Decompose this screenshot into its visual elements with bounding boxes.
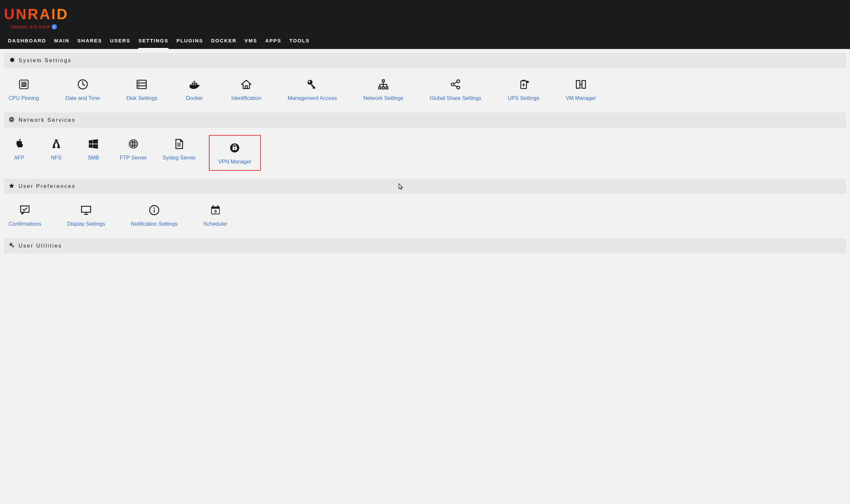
- globe-icon: [8, 116, 15, 124]
- disk-icon: [136, 78, 147, 91]
- share-icon: [450, 78, 461, 91]
- version-text: Version: 6.8.0-rc9 i: [11, 24, 57, 30]
- section-title: System Settings: [19, 58, 72, 64]
- content: System Settings CPU PinningDate and Time…: [0, 49, 850, 257]
- info-icon: [149, 204, 160, 216]
- tile-label: Docker: [186, 95, 203, 101]
- prefs-tiles: ConfirmationsDisplay SettingsNotificatio…: [4, 194, 846, 234]
- tile-date-and-time[interactable]: Date and Time: [63, 75, 103, 105]
- cpu-icon: [18, 78, 30, 91]
- tile-cpu-pinning[interactable]: CPU Pinning: [6, 75, 42, 105]
- display-icon: [80, 204, 92, 216]
- ups-icon: [518, 78, 529, 91]
- tile-docker[interactable]: Docker: [181, 75, 207, 105]
- tile-label: AFP: [14, 155, 24, 161]
- vm-icon: [575, 78, 586, 91]
- file-icon: [174, 138, 185, 150]
- tile-display-settings[interactable]: Display Settings: [65, 201, 108, 230]
- key-icon: [307, 78, 318, 91]
- tile-label: Disk Settings: [126, 95, 157, 101]
- tile-label: Network Settings: [363, 95, 403, 101]
- section-prefs-header: User Preferences: [4, 179, 846, 194]
- tile-vpn-manager[interactable]: VPN Manager: [209, 135, 261, 171]
- tile-confirmations[interactable]: Confirmations: [6, 201, 44, 230]
- tile-disk-settings[interactable]: Disk Settings: [124, 75, 160, 105]
- nav-plugins[interactable]: PLUGINS: [177, 34, 203, 49]
- vpn-icon: [229, 142, 240, 154]
- tile-label: CPU Pinning: [8, 95, 39, 101]
- main-nav: DASHBOARDMAINSHARESUSERSSETTINGSPLUGINSD…: [4, 34, 846, 49]
- tile-identification[interactable]: Identification: [229, 75, 264, 105]
- ftp-icon: [128, 138, 139, 150]
- net-icon: [378, 78, 389, 91]
- nav-users[interactable]: USERS: [110, 34, 130, 49]
- tile-label: SMB: [88, 155, 99, 161]
- tile-nfs[interactable]: NFS: [43, 135, 70, 171]
- nav-main[interactable]: MAIN: [54, 34, 70, 49]
- gear-icon: [8, 57, 15, 64]
- star-icon: [8, 183, 15, 190]
- header: UNRAID Version: 6.8.0-rc9 i DASHBOARDMAI…: [0, 0, 850, 49]
- version-label: Version: 6.8.0-rc9: [11, 24, 50, 30]
- tile-smb[interactable]: SMB: [80, 135, 107, 171]
- tile-label: Global Share Settings: [430, 95, 481, 101]
- nav-tools[interactable]: TOOLS: [289, 34, 309, 49]
- section-title: User Preferences: [19, 183, 76, 189]
- tile-notification-settings[interactable]: Notification Settings: [128, 201, 180, 230]
- nav-apps[interactable]: APPS: [265, 34, 281, 49]
- tile-ups-settings[interactable]: UPS Settings: [505, 75, 542, 105]
- linux-icon: [51, 138, 62, 150]
- tile-label: Notification Settings: [131, 221, 177, 227]
- tile-ftp-server[interactable]: FTP Server: [117, 135, 150, 171]
- tile-vm-manager[interactable]: VM Manager: [563, 75, 599, 105]
- nav-docker[interactable]: DOCKER: [211, 34, 237, 49]
- tile-syslog-server[interactable]: Syslog Server: [160, 135, 199, 171]
- tile-label: Scheduler: [203, 221, 228, 227]
- tile-global-share-settings[interactable]: Global Share Settings: [427, 75, 484, 105]
- tile-label: Syslog Server: [163, 155, 196, 161]
- tile-label: NFS: [51, 155, 61, 161]
- nav-shares[interactable]: SHARES: [77, 34, 102, 49]
- tile-afp[interactable]: AFP: [6, 135, 33, 171]
- clock-icon: [77, 78, 88, 91]
- tile-label: Display Settings: [67, 221, 105, 227]
- tile-label: Confirmations: [8, 221, 41, 227]
- nav-vms[interactable]: VMS: [245, 34, 257, 49]
- section-title: User Utilities: [19, 243, 62, 249]
- nav-dashboard[interactable]: DASHBOARD: [8, 34, 46, 49]
- tile-label: FTP Server: [120, 155, 147, 161]
- tile-label: VM Manager: [566, 95, 596, 101]
- info-icon[interactable]: i: [52, 24, 57, 30]
- tile-label: Identification: [231, 95, 261, 101]
- network-tiles: AFPNFSSMBFTP ServerSyslog ServerVPN Mana…: [4, 128, 846, 174]
- system-tiles: CPU PinningDate and TimeDisk SettingsDoc…: [4, 68, 846, 108]
- cal-icon: [210, 204, 221, 216]
- tile-network-settings[interactable]: Network Settings: [360, 75, 406, 105]
- logo: UNRAID: [4, 6, 69, 22]
- section-system-header: System Settings: [4, 53, 846, 68]
- tile-management-access[interactable]: Management Access: [285, 75, 340, 105]
- section-util-header: User Utilities: [4, 238, 846, 253]
- tile-label: VPN Manager: [218, 159, 252, 165]
- gears-icon: [8, 242, 15, 250]
- docker-icon: [189, 78, 200, 91]
- confirm-icon: [19, 204, 31, 216]
- tile-label: UPS Settings: [508, 95, 539, 101]
- nav-settings[interactable]: SETTINGS: [138, 34, 168, 49]
- windows-icon: [88, 138, 99, 150]
- tile-label: Management Access: [288, 95, 337, 101]
- section-network-header: Network Services: [4, 112, 846, 128]
- tile-label: Date and Time: [66, 95, 100, 101]
- apple-icon: [14, 138, 25, 150]
- tile-scheduler[interactable]: Scheduler: [201, 201, 230, 230]
- section-title: Network Services: [19, 117, 75, 123]
- house-icon: [241, 78, 252, 91]
